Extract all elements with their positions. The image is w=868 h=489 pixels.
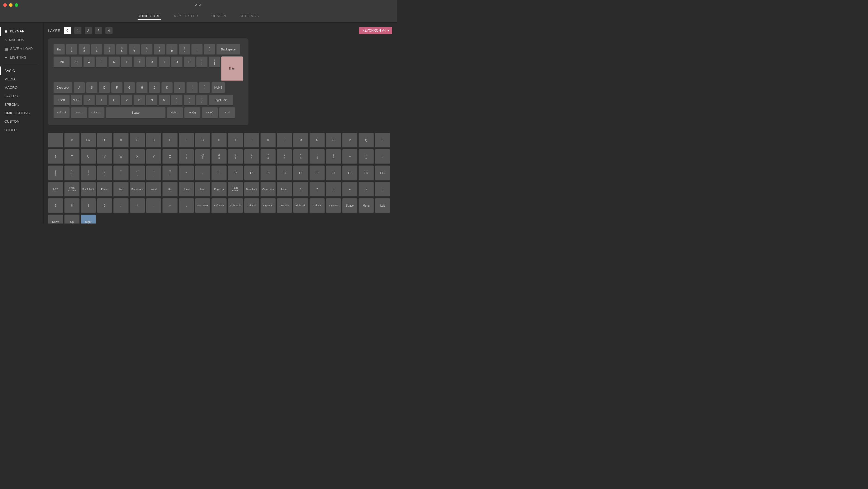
key-mo2[interactable]: MO(2) [184, 107, 200, 119]
bkey-z[interactable]: Z [162, 149, 178, 164]
bkey-plus[interactable]: += [359, 149, 374, 164]
key-backspace[interactable]: Backspace [216, 44, 240, 55]
bkey-e[interactable]: E [162, 133, 178, 148]
key-p[interactable]: P [184, 56, 195, 68]
key-q[interactable]: Q [71, 56, 82, 68]
bkey-backspace[interactable]: Backspace [130, 182, 145, 197]
key-tab[interactable]: Tab [53, 56, 70, 68]
key-esc[interactable]: Esc [53, 44, 65, 55]
sidebar-section-other[interactable]: OTHER [0, 126, 43, 134]
key-h[interactable]: H [136, 82, 148, 93]
bkey-right-ctrl[interactable]: Right Ctrl [260, 198, 276, 213]
bkey-b[interactable]: B [113, 133, 129, 148]
bkey-dquote[interactable]: "' [113, 165, 129, 181]
key-comma[interactable]: <, [171, 95, 183, 106]
key-8[interactable]: *8 [154, 44, 165, 55]
bkey-f6[interactable]: F6 [293, 165, 308, 181]
sidebar-item-lighting[interactable]: ✦ LIGHTING [0, 53, 43, 62]
key-slash[interactable]: ?/ [196, 95, 208, 106]
sidebar-section-custom[interactable]: CUSTOM [0, 117, 43, 126]
key-3[interactable]: #3 [91, 44, 102, 55]
bkey-right-win[interactable]: Right Win [293, 198, 308, 213]
bkey-j[interactable]: J [244, 133, 259, 148]
bkey-f4[interactable]: F4 [260, 165, 276, 181]
bkey-page-down[interactable]: Page Down [228, 182, 243, 197]
layer-btn-0[interactable]: 0 [64, 27, 71, 34]
key-2[interactable]: @2 [79, 44, 90, 55]
bkey-num1[interactable]: 1 [293, 182, 308, 197]
bkey-space[interactable]: Space [342, 198, 358, 213]
key-ralt[interactable]: Right ... [167, 107, 183, 119]
nav-settings[interactable]: SETTINGS [240, 13, 259, 20]
bkey-right-alt[interactable]: Right Alt [326, 198, 341, 213]
window-controls[interactable] [3, 3, 18, 7]
device-selector-button[interactable]: KEYCHRON V4 ▾ [359, 27, 392, 34]
sidebar-item-save-load[interactable]: ▦ SAVE + LOAD [0, 44, 43, 53]
key-k[interactable]: K [161, 82, 173, 93]
key-semicolon[interactable]: :; [186, 82, 198, 93]
key-r[interactable]: R [108, 56, 120, 68]
bkey-enter[interactable]: Enter [277, 182, 292, 197]
key-nuhs[interactable]: NUHS [211, 82, 225, 93]
bkey-num4[interactable]: 4 [342, 182, 358, 197]
bkey-at[interactable]: @2 [195, 149, 210, 164]
bkey-num6[interactable]: 6 [375, 182, 390, 197]
bkey-t[interactable]: T [64, 149, 80, 164]
sidebar-section-media[interactable]: MEDIA [0, 75, 43, 83]
key-m[interactable]: M [159, 95, 170, 106]
bkey-num7[interactable]: 7 [48, 198, 63, 213]
bkey-tab[interactable]: Tab [113, 182, 129, 197]
bkey-h[interactable]: H [211, 133, 227, 148]
bkey-f9[interactable]: F9 [342, 165, 358, 181]
bkey-r[interactable]: R [375, 133, 390, 148]
key-lwin[interactable]: Left O... [71, 107, 87, 119]
bkey-left-ctrl[interactable]: Left Ctrl [244, 198, 259, 213]
bkey-insert[interactable]: Insert [146, 182, 161, 197]
key-quote[interactable]: "' [199, 82, 210, 93]
bkey-f2[interactable]: F2 [228, 165, 243, 181]
key-lbracket[interactable]: {[ [196, 56, 208, 68]
bkey-a[interactable]: A [97, 133, 112, 148]
bkey-question[interactable]: ?/ [162, 165, 178, 181]
key-equals[interactable]: += [204, 44, 215, 55]
bkey-caret[interactable]: ^6 [260, 149, 276, 164]
key-lalt[interactable]: Left Co... [88, 107, 104, 119]
key-u[interactable]: U [146, 56, 157, 68]
key-7[interactable]: &7 [141, 44, 153, 55]
key-lshift[interactable]: LShft [53, 95, 70, 106]
sidebar-section-layers[interactable]: LAYERS [0, 92, 43, 100]
bkey-left-alt[interactable]: Left Alt [309, 198, 325, 213]
bkey-f11[interactable]: F11 [375, 165, 390, 181]
bkey-page-up[interactable]: Page Up [211, 182, 227, 197]
nav-key-tester[interactable]: KEY TESTER [174, 13, 198, 20]
bkey-comma[interactable]: , [195, 165, 210, 181]
key-n[interactable]: N [146, 95, 157, 106]
bkey-num8[interactable]: 8 [64, 198, 80, 213]
bkey-v[interactable]: V [97, 149, 112, 164]
bkey-g[interactable]: G [195, 133, 210, 148]
key-t[interactable]: T [121, 56, 132, 68]
nav-configure[interactable]: CONFIGURE [137, 13, 161, 20]
bkey-w[interactable]: W [113, 149, 129, 164]
bkey-left-shift[interactable]: Left Shift [211, 198, 227, 213]
bkey-transparent[interactable]: ▽ [64, 133, 80, 148]
bkey-f10[interactable]: F10 [359, 165, 374, 181]
close-button[interactable] [3, 3, 7, 7]
bkey-n[interactable]: N [309, 133, 325, 148]
bkey-lparen[interactable]: (9 [309, 149, 325, 164]
bkey-left-win[interactable]: Left Win [277, 198, 292, 213]
key-minus[interactable]: _- [191, 44, 203, 55]
bkey-down[interactable]: Down [48, 215, 63, 223]
bkey-equals[interactable]: = [179, 165, 194, 181]
key-rctl[interactable]: RCtl [219, 107, 236, 119]
key-0[interactable]: )0 [179, 44, 190, 55]
bkey-f5[interactable]: F5 [277, 165, 292, 181]
key-f[interactable]: F [111, 82, 123, 93]
bkey-home[interactable]: Home [179, 182, 194, 197]
key-enter[interactable]: Enter [221, 56, 243, 81]
key-rbracket[interactable]: }] [209, 56, 220, 68]
key-caps-lock[interactable]: Caps Lock [53, 82, 72, 93]
key-9[interactable]: (9 [166, 44, 178, 55]
key-6[interactable]: ^6 [129, 44, 140, 55]
bkey-num-minus[interactable]: - [146, 198, 161, 213]
